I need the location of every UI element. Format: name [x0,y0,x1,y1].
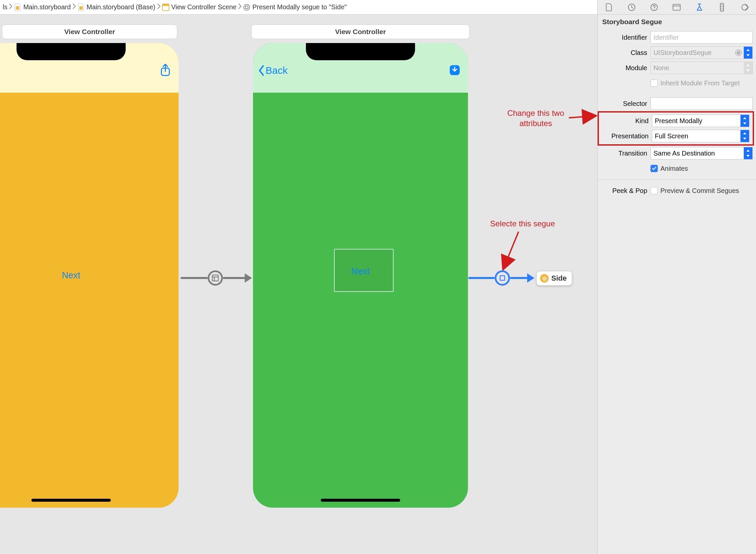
home-indicator [321,499,400,502]
download-icon[interactable] [448,63,461,77]
stepper-icon [744,47,752,59]
crumb-0[interactable]: ls [3,3,7,11]
class-label: Class [597,49,647,57]
segue-1-node[interactable] [208,270,223,286]
class-clear-button[interactable] [735,49,742,56]
storyboard-file-icon [77,4,85,11]
module-row: Module None [597,60,756,75]
peekpop-row: Peek & Pop Preview & Commit Segues [597,183,756,198]
kind-row: Kind Present Modally [599,113,753,128]
module-value: None [653,64,669,72]
crumb-2[interactable]: Main.storyboard (Base) [77,3,155,11]
notch-icon [16,43,126,60]
class-value: UIStoryboardSegue [653,49,712,57]
file-inspector-tab[interactable] [604,3,614,12]
selector-label: Selector [597,100,647,108]
scene2-title-bar[interactable]: View Controller [251,24,469,39]
transition-row: Transition Same As Destination [597,146,756,161]
side-ref-label: Side [551,274,567,283]
animates-label: Animates [660,165,688,172]
identifier-row: Identifier [597,30,756,45]
next-button-1[interactable]: Next [62,270,80,281]
segue-1-line-right [223,277,252,279]
next-button-2-label: Next [351,266,370,276]
connections-inspector-tab[interactable] [740,3,749,12]
annotation-select-segue: Selecte this segue [476,218,569,229]
annotation-arrow-2 [499,230,525,273]
svg-line-24 [503,232,518,269]
class-select[interactable]: UIStoryboardSegue [650,46,753,59]
storyboard-file-icon [14,4,21,11]
back-button[interactable]: Back [258,65,288,76]
home-indicator [32,499,111,502]
svg-rect-13 [673,4,680,10]
module-label: Module [597,64,647,72]
transition-value: Same As Destination [653,150,715,157]
attributes-inspector-tab[interactable] [695,3,704,12]
separator [597,179,756,180]
segue-icon [243,4,250,11]
peekpop-checkbox[interactable] [650,187,658,194]
segue-2-line-right[interactable] [510,277,534,279]
svg-rect-0 [16,6,19,10]
segue-1-line-left [181,277,208,279]
presentation-value: Full Screen [655,132,688,140]
chevron-right-icon [238,3,242,11]
phone-2[interactable]: Back Next [253,43,468,508]
crumb-1[interactable]: Main.storyboard [14,3,70,11]
chevron-right-icon [157,3,161,11]
identifier-label: Identifier [597,34,647,41]
identity-inspector-tab[interactable] [672,3,681,12]
stepper-icon [744,147,752,159]
class-row: Class UIStoryboardSegue [597,45,756,60]
inspector-panel: Storyboard Segue Identifier Class UIStor… [597,0,756,554]
crumb-label: Main.storyboard [23,3,70,11]
inherit-label: Inherit Module From Target [660,79,740,87]
transition-select[interactable]: Same As Destination [650,147,753,160]
svg-rect-3 [163,4,169,6]
side-storyboard-reference[interactable]: ◎ Side [537,271,572,286]
chevron-right-icon [72,3,76,11]
annotation-arrow-1 [569,112,597,121]
presentation-select[interactable]: Full Screen [652,130,749,142]
back-label: Back [265,65,288,76]
svg-rect-5 [245,6,248,9]
inherit-checkbox[interactable] [650,79,658,87]
inspector-body: Storyboard Segue Identifier Class UIStor… [597,14,756,198]
stepper-icon [741,130,749,142]
kind-select[interactable]: Present Modally [652,114,749,127]
chevron-right-icon [9,3,13,11]
scene-icon [162,4,169,11]
canvas-area[interactable]: View Controller Next View Controller Bac… [0,14,597,554]
crumb-label: View Controller Scene [171,3,237,11]
next-button-2[interactable]: Next [351,266,370,277]
inherit-row: Inherit Module From Target [597,75,756,91]
selector-input[interactable] [650,97,753,110]
module-select[interactable]: None [650,62,753,74]
segue-2-line-left[interactable] [468,277,495,279]
breadcrumb[interactable]: ls Main.storyboard Main.storyboard (Base… [0,3,653,11]
selector-row: Selector [597,96,756,111]
crumb-3[interactable]: View Controller Scene [162,3,237,11]
svg-rect-1 [79,6,83,10]
scene1-title-label: View Controller [64,28,115,36]
scene1-title-bar[interactable]: View Controller [2,24,177,39]
annotation-change-attrs: Change this two attributes [493,108,579,128]
identifier-input[interactable] [650,31,753,44]
svg-rect-22 [500,276,505,280]
notch-icon [306,43,415,60]
share-icon[interactable] [159,63,172,77]
svg-point-17 [742,4,748,10]
highlight-box: Kind Present Modally Presentation Full S… [597,111,754,146]
help-inspector-tab[interactable] [649,3,659,12]
crumb-label: Present Modally segue to "Side" [252,3,346,11]
size-inspector-tab[interactable] [717,3,727,12]
scene2-title-label: View Controller [335,28,386,36]
animates-checkbox[interactable] [650,165,658,172]
phone-1[interactable]: Next [0,43,179,508]
stepper-icon [741,115,749,127]
crumb-4[interactable]: Present Modally segue to "Side" [243,3,346,11]
presentation-label: Presentation [599,132,648,140]
section-title: Storyboard Segue [597,14,756,30]
history-inspector-tab[interactable] [627,3,636,12]
